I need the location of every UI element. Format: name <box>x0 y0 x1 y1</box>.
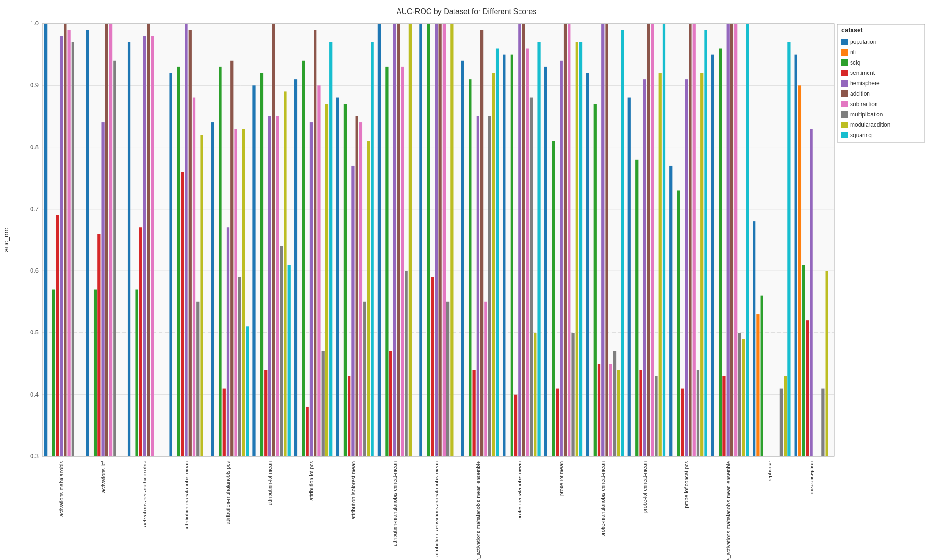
chart-container <box>0 0 933 560</box>
bar-chart <box>0 0 933 560</box>
